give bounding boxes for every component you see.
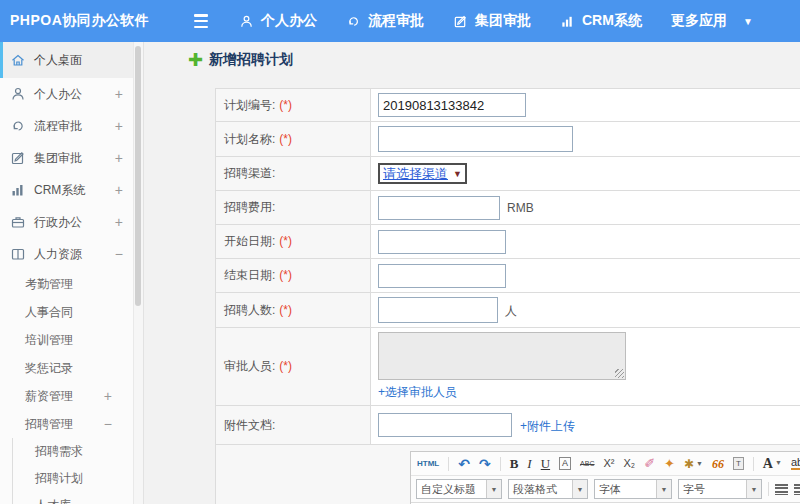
expand-plus-icon[interactable]: + [115,150,123,166]
sidebar-item-group-approval[interactable]: 集团审批 + [0,142,133,174]
font-box-icon[interactable]: A [559,457,571,470]
headcount-input[interactable] [378,297,498,323]
edit-box-icon [10,150,26,166]
required-mark: (*) [279,303,292,317]
page-title: ✚ 新增招聘计划 [188,51,293,69]
sidebar-item-rewards[interactable]: 奖惩记录 [0,354,133,382]
home-icon [10,52,26,68]
start-date-input[interactable] [378,230,506,254]
sidebar-item-attendance[interactable]: 考勤管理 [0,270,133,298]
nav-item-more-apps[interactable]: 更多应用 ▼ [671,12,753,30]
sidebar-item-crm[interactable]: CRM系统 + [0,174,133,206]
expand-plus-icon[interactable]: + [115,86,123,102]
editor-toolbar-bottom: 自定义标题▼ 段落格式▼ 字体▼ 字号▼ ∞ [411,476,800,503]
paragraph-format-select[interactable]: 段落格式▼ [508,479,588,499]
select-arrow-icon: ▼ [453,169,462,179]
underline-icon[interactable]: U [541,457,550,470]
table-row: 附件文档: +附件上传 [216,406,800,445]
end-date-input[interactable] [378,264,506,288]
process-arrow-icon [346,14,361,29]
field-label: 附件文档: [224,418,275,432]
sidebar-item-recruit-demand[interactable]: 招聘需求 [13,438,133,465]
subscript-icon[interactable]: X₂ [624,458,636,469]
nav-item-workflow-approval[interactable]: 流程审批 [346,12,424,30]
html-source-button[interactable]: HTML [417,460,439,468]
nav-item-group-approval[interactable]: 集团审批 [453,12,531,30]
required-mark: (*) [279,132,292,146]
nav-item-crm[interactable]: CRM系统 [560,12,642,30]
bar-chart-icon [10,182,26,198]
sidebar-item-admin-office[interactable]: 行政办公 + [0,206,133,238]
plan-number-input[interactable] [378,93,526,117]
rich-text-editor: HTML ↶ ↷ B I U A ABC X² X₂ ✐ ✦ [410,451,800,504]
sidebar-scrollbar[interactable] [134,42,144,504]
expand-plus-icon[interactable]: + [104,382,112,410]
attachment-upload-link[interactable]: +附件上传 [520,418,575,435]
required-mark: (*) [279,268,292,282]
sidebar: 个人桌面 个人办公 + 流程审批 + 集团审批 + [0,42,134,504]
required-mark: (*) [279,234,292,248]
field-label: 审批人员: [224,359,275,373]
superscript-icon[interactable]: X² [604,458,615,469]
sidebar-item-hr-contract[interactable]: 人事合同 [0,298,133,326]
sidebar-item-talent-pool[interactable]: 人才库 [13,492,133,504]
undo-icon[interactable]: ↶ [458,457,470,471]
collapse-minus-icon[interactable]: − [104,410,112,438]
sidebar-item-personal-desktop[interactable]: 个人桌面 [0,42,133,78]
sidebar-item-personal-office[interactable]: 个人办公 + [0,78,133,110]
expand-plus-icon[interactable]: + [115,182,123,198]
sidebar-item-salary[interactable]: 薪资管理 + [0,382,133,410]
sidebar-item-recruit-plan[interactable]: 招聘计划 [13,465,133,492]
app-logo: PHPOA协同办公软件 [10,12,192,30]
recruit-plan-form: 计划编号:(*) 计划名称:(*) 招聘渠道: 请选择渠道 ▼ 招聘费用: RM… [215,88,800,504]
caret-down-icon: ▼ [746,480,761,498]
field-label: 招聘人数: [224,303,275,317]
redo-icon[interactable]: ↷ [479,457,491,471]
sidebar-item-training[interactable]: 培训管理 [0,326,133,354]
collapse-minus-icon[interactable]: − [115,246,123,262]
person-icon [10,86,26,102]
highlight-icon[interactable]: ab▼ [791,457,800,470]
font-color-icon[interactable]: A▼ [763,457,782,471]
eraser-icon[interactable]: ✐ [644,457,655,470]
align-left-icon[interactable] [775,484,788,495]
font-size-select[interactable]: 字号▼ [678,479,762,499]
field-label: 招聘费用: [224,200,275,214]
phpoa-app: { "navbar": { "brand": "PHPOA协同办公软件", "i… [0,0,800,504]
blockquote-icon[interactable]: 66 [712,458,724,470]
approvers-textarea[interactable] [378,332,626,380]
nav-item-personal-office[interactable]: 个人办公 [239,12,317,30]
bold-icon[interactable]: B [510,457,519,470]
top-navbar: PHPOA协同办公软件 个人办公 流程审批 集团审批 CRM系统 [0,0,800,42]
strikethrough-icon[interactable]: ABC [580,460,594,467]
italic-icon[interactable]: I [527,457,531,470]
custom-heading-select[interactable]: 自定义标题▼ [416,479,502,499]
font-family-select[interactable]: 字体▼ [594,479,672,499]
align-center-icon[interactable] [794,484,800,495]
recruit-submenu: 招聘需求 招聘计划 人才库 [12,438,133,504]
required-mark: (*) [279,98,292,112]
required-mark: (*) [279,359,292,373]
expand-plus-icon[interactable]: + [115,118,123,134]
channel-select[interactable]: 请选择渠道 ▼ [378,163,467,184]
caret-down-icon: ▼ [696,460,703,467]
color-palette-icon[interactable]: ✱▼ [684,458,703,470]
attachment-input[interactable] [378,413,512,437]
plan-name-input[interactable] [378,126,573,152]
field-label: 计划名称: [224,132,275,146]
sidebar-item-recruit-mgmt[interactable]: 招聘管理 − [0,410,133,438]
edit-box-icon [453,14,468,29]
plus-icon: ✚ [188,52,203,68]
table-row: 开始日期:(*) [216,225,800,259]
process-arrow-icon [10,118,26,134]
caret-down-icon: ▼ [743,16,753,27]
format-brush-icon[interactable]: ✦ [664,457,675,470]
sidebar-item-hr[interactable]: 人力资源 − [0,238,133,270]
paste-as-text-icon[interactable]: T [733,457,744,470]
hamburger-menu-icon[interactable] [192,14,210,28]
cost-input[interactable] [378,196,500,220]
select-approvers-link[interactable]: +选择审批人员 [378,384,457,401]
expand-plus-icon[interactable]: + [115,214,123,230]
scrollbar-thumb[interactable] [135,46,141,306]
sidebar-item-workflow-approval[interactable]: 流程审批 + [0,110,133,142]
